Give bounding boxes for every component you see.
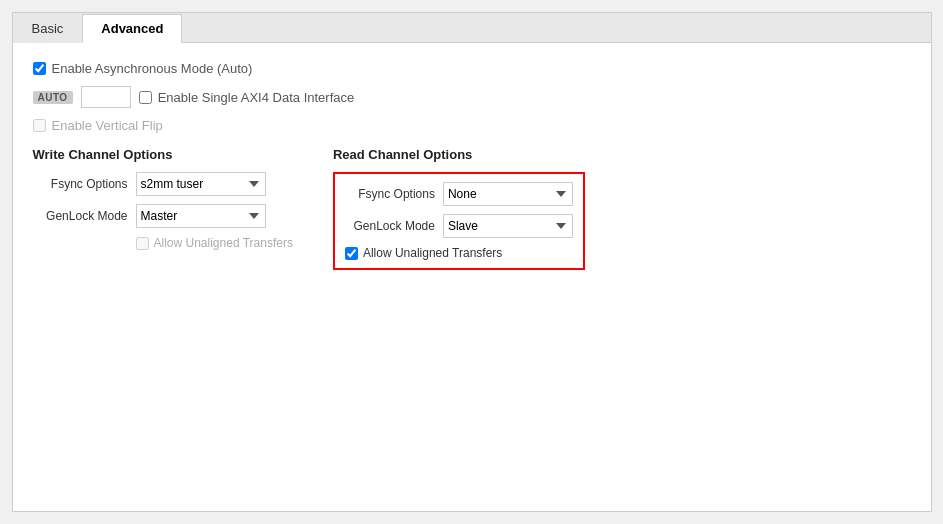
write-fsync-row: Fsync Options s2mm tuser None s2mm fsync…	[33, 172, 293, 196]
async-mode-row: Enable Asynchronous Mode (Auto)	[33, 61, 911, 76]
read-fsync-row: Fsync Options None mm2s tuser mm2s fsync…	[345, 182, 573, 206]
write-unaligned-checkbox[interactable]	[136, 237, 149, 250]
write-genlock-label: GenLock Mode	[33, 209, 128, 223]
single-axi4-checkbox[interactable]	[139, 91, 152, 104]
read-genlock-select[interactable]: Master Slave No Sync	[443, 214, 573, 238]
auto-value-input[interactable]	[81, 86, 131, 108]
single-axi4-label: Enable Single AXI4 Data Interface	[158, 90, 355, 105]
read-unaligned-checkbox[interactable]	[345, 247, 358, 260]
write-unaligned-label: Allow Unaligned Transfers	[154, 236, 293, 250]
read-channel-box: Fsync Options None mm2s tuser mm2s fsync…	[333, 172, 585, 270]
write-genlock-row: GenLock Mode Master Slave No Sync	[33, 204, 293, 228]
read-genlock-row: GenLock Mode Master Slave No Sync	[345, 214, 573, 238]
vertical-flip-row: Enable Vertical Flip	[33, 118, 911, 133]
single-axi4-option[interactable]: Enable Single AXI4 Data Interface	[139, 90, 355, 105]
read-unaligned-row[interactable]: Allow Unaligned Transfers	[345, 246, 573, 260]
read-fsync-select[interactable]: None mm2s tuser mm2s fsync in Both	[443, 182, 573, 206]
vertical-flip-option[interactable]: Enable Vertical Flip	[33, 118, 163, 133]
write-fsync-select[interactable]: s2mm tuser None s2mm fsync in Both	[136, 172, 266, 196]
async-mode-label: Enable Asynchronous Mode (Auto)	[52, 61, 253, 76]
write-channel-heading: Write Channel Options	[33, 147, 293, 162]
read-channel-section: Read Channel Options Fsync Options None …	[333, 147, 585, 270]
tab-basic[interactable]: Basic	[13, 14, 83, 43]
vertical-flip-checkbox[interactable]	[33, 119, 46, 132]
vertical-flip-label: Enable Vertical Flip	[52, 118, 163, 133]
write-channel-section: Write Channel Options Fsync Options s2mm…	[33, 147, 293, 270]
axi4-row: AUTO Enable Single AXI4 Data Interface	[33, 86, 911, 108]
main-window: Basic Advanced Enable Asynchronous Mode …	[12, 12, 932, 512]
tab-bar: Basic Advanced	[13, 13, 931, 43]
async-mode-checkbox[interactable]	[33, 62, 46, 75]
tab-advanced[interactable]: Advanced	[82, 14, 182, 43]
async-mode-option[interactable]: Enable Asynchronous Mode (Auto)	[33, 61, 253, 76]
write-unaligned-row[interactable]: Allow Unaligned Transfers	[136, 236, 293, 250]
read-genlock-label: GenLock Mode	[345, 219, 435, 233]
channels-container: Write Channel Options Fsync Options s2mm…	[33, 147, 911, 270]
content-area: Enable Asynchronous Mode (Auto) AUTO Ena…	[13, 43, 931, 511]
write-genlock-select[interactable]: Master Slave No Sync	[136, 204, 266, 228]
read-unaligned-label: Allow Unaligned Transfers	[363, 246, 502, 260]
read-fsync-label: Fsync Options	[345, 187, 435, 201]
auto-badge: AUTO	[33, 91, 73, 104]
write-fsync-label: Fsync Options	[33, 177, 128, 191]
read-channel-heading: Read Channel Options	[333, 147, 585, 162]
